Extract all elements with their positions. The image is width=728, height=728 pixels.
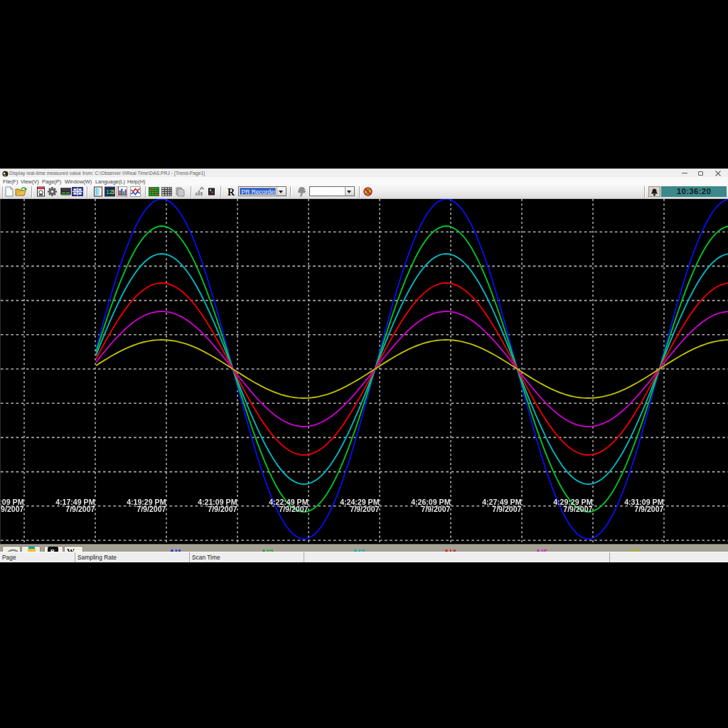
svg-text:7/9/2007: 7/9/2007 xyxy=(563,505,592,513)
svg-text:7/9/2007: 7/9/2007 xyxy=(136,505,166,513)
svg-text:7/9/2007: 7/9/2007 xyxy=(279,505,308,513)
svg-text:7/9/2007: 7/9/2007 xyxy=(492,505,521,513)
svg-text:7/9/2007: 7/9/2007 xyxy=(1,505,24,513)
svg-text:7/9/2007: 7/9/2007 xyxy=(350,505,379,513)
svg-text:7/9/2007: 7/9/2007 xyxy=(65,505,95,513)
svg-text:7/9/2007: 7/9/2007 xyxy=(208,505,237,513)
svg-text:3: 3 xyxy=(112,188,115,196)
svg-text:7/9/2007: 7/9/2007 xyxy=(634,505,663,513)
svg-text:7/9/2007: 7/9/2007 xyxy=(421,505,450,513)
